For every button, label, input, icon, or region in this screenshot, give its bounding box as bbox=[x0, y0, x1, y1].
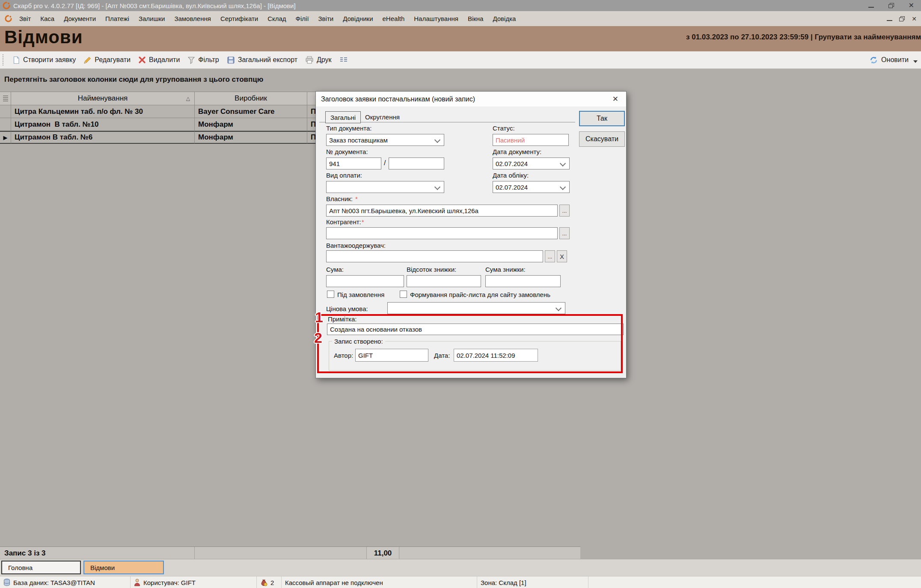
restore-icon[interactable] bbox=[888, 3, 894, 8]
owner-browse-button[interactable]: ... bbox=[559, 205, 570, 217]
consignee-input[interactable] bbox=[326, 250, 543, 262]
mdi-close-icon[interactable]: ✕ bbox=[912, 16, 917, 22]
price-condition-label: Цінова умова: bbox=[326, 305, 368, 312]
filter-button[interactable]: Фільтр bbox=[184, 54, 223, 66]
table-corner-cell[interactable] bbox=[0, 92, 11, 105]
doc-number-input[interactable]: 941 bbox=[326, 157, 381, 169]
menu-item-sklad[interactable]: Склад bbox=[263, 13, 291, 24]
menu-item-platezhi[interactable]: Платежі bbox=[101, 13, 134, 24]
menu-item-ehealth[interactable]: eHealth bbox=[378, 13, 410, 24]
discount-percent-input[interactable] bbox=[407, 275, 481, 287]
mdi-minimize-icon[interactable] bbox=[887, 17, 892, 21]
chevron-down-icon[interactable] bbox=[434, 184, 440, 190]
columns-icon bbox=[339, 56, 348, 64]
chevron-down-icon[interactable] bbox=[556, 305, 562, 311]
doc-date-label: Дата документу: bbox=[493, 148, 541, 155]
annotation-number-2: 2 bbox=[314, 330, 322, 346]
accounting-date-select[interactable]: 02.07.2024 bbox=[493, 181, 570, 193]
menu-item-dovidnyky[interactable]: Довідники bbox=[338, 13, 377, 24]
sum-input[interactable] bbox=[326, 275, 404, 287]
chevron-down-icon[interactable] bbox=[434, 137, 440, 143]
tab-okruhlennia[interactable]: Округлення bbox=[360, 111, 404, 122]
menu-item-sertyfikaty[interactable]: Сертифікати bbox=[216, 13, 263, 24]
chevron-down-icon[interactable] bbox=[560, 184, 566, 190]
user-icon bbox=[134, 579, 140, 586]
column-header-manufacturer[interactable]: Виробник bbox=[195, 92, 307, 105]
menu-item-zvity[interactable]: Звіти bbox=[314, 13, 339, 24]
app-logo-icon bbox=[3, 2, 10, 9]
payment-type-select[interactable] bbox=[326, 181, 444, 193]
window-title: Скарб pro v. 4.0.2.77 [ІД: 969] - [Апт №… bbox=[13, 2, 296, 9]
status-bar: База даних: TASA3@TITAN Користувач: GIFT… bbox=[0, 576, 921, 588]
accounting-date-label: Дата обліку: bbox=[493, 172, 529, 179]
cell-manufacturer[interactable]: Монфарм bbox=[195, 131, 307, 144]
status-user: Користувач: GIFT bbox=[131, 576, 257, 588]
ok-button[interactable]: Так bbox=[579, 111, 625, 126]
export-button[interactable]: Загальний експорт bbox=[223, 54, 301, 66]
mdi-restore-icon[interactable] bbox=[899, 16, 905, 21]
consignee-clear-button[interactable]: X bbox=[557, 250, 567, 262]
delete-button[interactable]: Видалити bbox=[134, 54, 184, 66]
cancel-button[interactable]: Скасувати bbox=[579, 131, 625, 147]
export-icon bbox=[227, 56, 235, 64]
columns-button[interactable] bbox=[336, 54, 352, 66]
toolbar: Створити заявку Редагувати Видалити Філь… bbox=[0, 51, 921, 69]
refresh-button[interactable]: Оновити bbox=[869, 56, 921, 65]
dialog-close-icon[interactable]: ✕ bbox=[610, 95, 621, 104]
cell-name[interactable]: Цитрамон В табл. №10 bbox=[11, 118, 195, 131]
cell-manufacturer[interactable]: Bayer Consumer Care bbox=[195, 105, 307, 118]
consignee-label: Вантажоодержувач: bbox=[326, 242, 386, 249]
doc-type-select[interactable]: Заказ поставщикам bbox=[326, 134, 444, 146]
on-order-checkbox[interactable] bbox=[327, 291, 334, 298]
row-selector-icon bbox=[3, 95, 8, 101]
doc-number-label: № документа: bbox=[326, 148, 368, 155]
menu-item-kasa[interactable]: Каса bbox=[36, 13, 59, 24]
menu-item-zalyshky[interactable]: Залишки bbox=[134, 13, 170, 24]
cell-name[interactable]: Цитра Кальцемин таб. п/о фл. № 30 bbox=[11, 105, 195, 118]
total-quantity: 11,00 bbox=[367, 547, 399, 559]
refresh-label: Оновити bbox=[881, 56, 909, 64]
cell-manufacturer[interactable]: Монфарм bbox=[195, 118, 307, 131]
filter-label: Фільтр bbox=[198, 56, 219, 64]
owner-input[interactable]: Апт №003 пгт.Барышевка, ул.Киевский шлях… bbox=[326, 205, 558, 217]
filter-funnel-icon bbox=[187, 56, 195, 64]
cell-name[interactable]: Цитрамон В табл. №6 bbox=[11, 131, 195, 144]
period-filter-label[interactable]: з 01.03.2023 по 27.10.2023 23:59:59 | Гр… bbox=[686, 33, 921, 42]
discount-sum-input[interactable] bbox=[485, 275, 561, 287]
contractor-browse-button[interactable]: ... bbox=[559, 227, 570, 239]
contractor-input[interactable] bbox=[326, 227, 558, 239]
menu-item-nalashtuvannia[interactable]: Налаштування bbox=[409, 13, 463, 24]
tab-vidmovy[interactable]: Відмови bbox=[83, 561, 164, 574]
menu-item-zamovlennia[interactable]: Замовлення bbox=[169, 13, 215, 24]
tab-holovna[interactable]: Головна bbox=[1, 561, 81, 574]
menu-item-filii[interactable]: Філії bbox=[291, 13, 314, 24]
price-list-checkbox[interactable] bbox=[400, 291, 407, 298]
create-request-button[interactable]: Створити заявку bbox=[9, 54, 80, 66]
edit-button[interactable]: Редагувати bbox=[80, 54, 134, 66]
price-condition-select[interactable] bbox=[387, 302, 565, 314]
print-button[interactable]: Друк bbox=[301, 54, 336, 66]
pencil-icon bbox=[83, 56, 92, 64]
toolbar-grip[interactable] bbox=[3, 54, 5, 65]
consignee-browse-button[interactable]: ... bbox=[545, 250, 555, 262]
chevron-down-icon[interactable] bbox=[560, 160, 566, 166]
contractor-label: Контрагент:* bbox=[326, 218, 364, 226]
minimize-icon[interactable] bbox=[868, 3, 874, 8]
payment-type-label: Вид оплати: bbox=[326, 172, 362, 179]
create-request-label: Створити заявку bbox=[23, 56, 76, 64]
group-by-hint: Перетягніть заголовок колонки сюди для у… bbox=[4, 75, 263, 84]
refresh-dropdown-icon[interactable] bbox=[913, 60, 918, 63]
sort-ascending-icon[interactable]: △ bbox=[186, 95, 190, 101]
doc-number-suffix-input[interactable] bbox=[389, 157, 444, 169]
tab-zahalni[interactable]: Загальні bbox=[325, 111, 361, 123]
menu-item-dovidka[interactable]: Довідка bbox=[488, 13, 520, 24]
close-icon[interactable]: ✕ bbox=[909, 2, 914, 9]
status-session-count: 2 bbox=[257, 576, 282, 588]
menu-item-zvit[interactable]: Звіт bbox=[15, 13, 36, 24]
doc-date-select[interactable]: 02.07.2024 bbox=[493, 157, 570, 169]
menu-item-dokumenty[interactable]: Документи bbox=[59, 13, 101, 24]
window-tabs: Головна Відмови bbox=[0, 559, 921, 578]
menu-item-vikna[interactable]: Вікна bbox=[463, 13, 488, 24]
delete-label: Видалити bbox=[149, 56, 180, 64]
column-header-name[interactable]: Найменування △ bbox=[11, 92, 195, 105]
